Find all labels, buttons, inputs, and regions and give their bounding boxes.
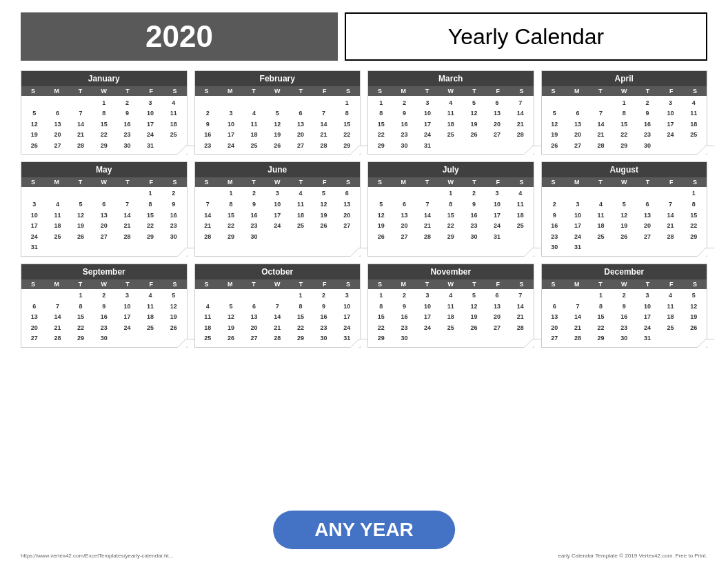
day-cell: 23 [393, 322, 416, 333]
day-cell [543, 97, 567, 108]
day-cell: 26 [265, 140, 289, 151]
day-cell [196, 97, 220, 108]
day-cell: 6 [636, 199, 659, 210]
day-cell: 27 [566, 140, 589, 151]
day-cell [543, 290, 567, 302]
day-header-cell: T [242, 279, 265, 289]
footer-url: https://www.vertex42.com/ExcelTemplates/… [21, 553, 173, 559]
day-cell: 7 [69, 108, 92, 119]
day-cell: 14 [416, 210, 439, 221]
day-cell: 6 [46, 108, 70, 119]
day-cell: 5 [312, 188, 336, 199]
day-cell [485, 333, 509, 344]
day-cell: 28 [566, 333, 589, 344]
day-cell: 20 [46, 130, 70, 141]
day-cell [243, 97, 266, 108]
day-cell [509, 140, 532, 151]
day-cell: 29 [370, 140, 393, 151]
day-cell: 25 [46, 231, 70, 242]
day-cell: 20 [485, 119, 509, 130]
day-cell: 23 [463, 221, 486, 232]
month-block-november: NovemberSMTWTFS1234567891011121314151617… [367, 264, 534, 348]
day-cell: 27 [335, 221, 358, 232]
day-cell: 21 [509, 312, 532, 323]
day-cell: 22 [139, 221, 162, 232]
day-cell [485, 140, 509, 151]
day-cell: 24 [335, 322, 358, 333]
day-cell: 30 [243, 231, 266, 242]
day-header-cell: S [163, 177, 186, 187]
day-cell: 5 [23, 108, 46, 119]
day-cell: 13 [393, 210, 416, 221]
day-cell [116, 333, 139, 344]
day-cell: 12 [682, 301, 705, 312]
day-cell: 28 [659, 231, 682, 242]
day-cell: 14 [312, 119, 336, 130]
day-header-cell: F [660, 279, 683, 289]
day-header-cell: F [313, 279, 336, 289]
day-cell: 2 [312, 290, 336, 302]
month-header: August [542, 162, 707, 177]
day-cell: 22 [682, 221, 705, 232]
day-header-cell: M [565, 86, 589, 96]
day-cell: 19 [370, 221, 393, 232]
day-cell: 1 [289, 290, 312, 302]
month-header: June [195, 162, 361, 177]
day-cell: 3 [566, 199, 589, 210]
day-cell: 30 [92, 333, 116, 344]
day-cell [243, 290, 266, 302]
day-header-cell: S [509, 177, 533, 187]
day-cell: 22 [370, 130, 393, 141]
day-cell: 3 [485, 188, 509, 199]
day-cell [416, 333, 439, 344]
day-cell: 18 [439, 119, 463, 130]
day-cell: 14 [196, 210, 220, 221]
day-cell: 20 [543, 322, 567, 333]
day-cell [219, 97, 243, 108]
day-header-cell: W [92, 177, 116, 187]
day-header-cell: T [589, 279, 612, 289]
any-year-button[interactable]: ANY YEAR [273, 511, 455, 549]
day-cell: 15 [69, 312, 92, 323]
day-cell: 13 [485, 301, 509, 312]
day-cell: 2 [393, 290, 416, 302]
day-cell: 29 [289, 333, 312, 344]
day-cell: 19 [463, 119, 486, 130]
day-cell: 12 [612, 210, 636, 221]
day-cell: 16 [196, 130, 220, 141]
day-cell [69, 97, 92, 108]
day-cell: 20 [566, 130, 589, 141]
days-grid: 1234567891011121314151617181920212223242… [195, 289, 361, 347]
day-cell: 30 [463, 231, 486, 242]
days-grid: 1234567891011121314151617181920212223242… [542, 187, 707, 256]
header-row: 2020 Yearly Calendar [21, 12, 707, 61]
day-cell: 5 [265, 108, 289, 119]
day-cell: 20 [289, 130, 312, 141]
day-header-cell: M [45, 279, 68, 289]
day-cell: 7 [416, 199, 439, 210]
day-cell: 21 [659, 221, 682, 232]
day-cell: 30 [543, 242, 567, 253]
day-cell [69, 242, 92, 253]
day-cell: 11 [46, 210, 70, 221]
day-cell: 4 [196, 301, 220, 312]
day-header-cell: T [415, 86, 438, 96]
day-cell: 15 [370, 312, 393, 323]
day-cell: 8 [682, 199, 705, 210]
day-cell: 23 [196, 140, 220, 151]
day-cell: 3 [659, 97, 682, 108]
day-header-cell: T [415, 177, 438, 187]
day-header-cell: S [163, 279, 186, 289]
day-cell: 1 [335, 97, 358, 108]
day-cell: 15 [289, 312, 312, 323]
day-cell: 12 [463, 108, 486, 119]
day-cell: 3 [636, 290, 659, 302]
day-cell: 23 [162, 221, 185, 232]
day-cell: 9 [116, 108, 139, 119]
days-grid: 1234567891011121314151617181920212223242… [21, 289, 187, 347]
day-header-cell: W [439, 86, 463, 96]
day-cell: 23 [612, 322, 636, 333]
day-cell: 5 [219, 301, 243, 312]
day-cell: 3 [416, 97, 439, 108]
day-cell: 11 [139, 301, 162, 312]
